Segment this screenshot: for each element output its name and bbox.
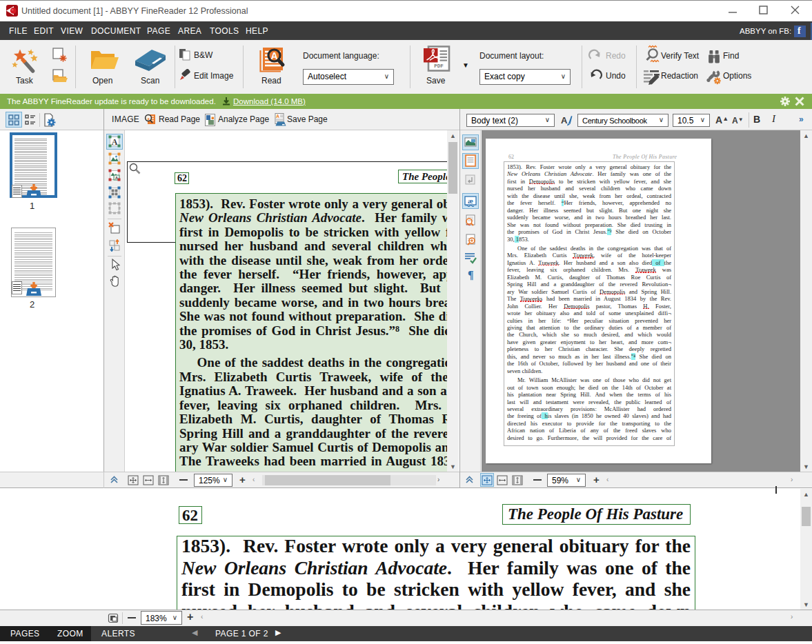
svg-text:A: A — [270, 50, 277, 61]
svg-text:A: A — [561, 115, 568, 125]
svg-text:A: A — [276, 114, 279, 119]
svg-text:PDF: PDF — [434, 63, 444, 69]
svg-text:A: A — [112, 137, 118, 147]
svg-text:A: A — [115, 176, 118, 180]
svg-text:æ: æ — [468, 197, 473, 205]
